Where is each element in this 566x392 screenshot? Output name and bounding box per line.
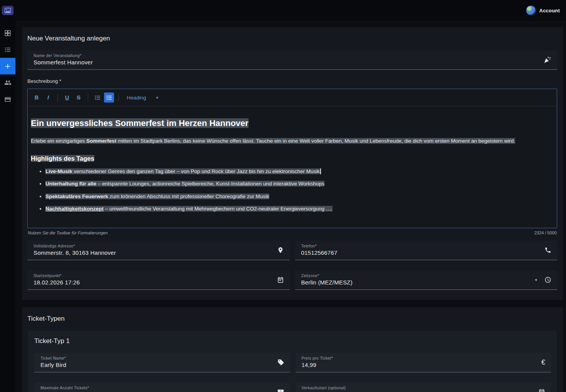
list-item: Spektakuläres Feuerwerk zum krönenden Ab… xyxy=(45,193,550,200)
address-field[interactable]: Vollständige Adresse* xyxy=(27,241,290,260)
editor-heading: Ein unvergessliches Sommerfest im Herzen… xyxy=(31,118,550,129)
list-item: Unterhaltung für alle – entspannte Loung… xyxy=(45,180,550,188)
start-datetime-label: Startzeitpunkt* xyxy=(34,273,272,278)
main-content: Neue Veranstaltung anlegen Name der Vera… xyxy=(15,21,566,392)
event-name-input[interactable] xyxy=(34,59,539,66)
list-item: Live-Musik verschiedener Genres den ganz… xyxy=(45,168,550,175)
location-pin-icon xyxy=(277,247,284,254)
ticket-name-field[interactable]: Ticket Name* xyxy=(34,353,290,372)
ticket-max-label: Maximale Anzahl Tickets* xyxy=(40,385,272,390)
start-datetime-input[interactable] xyxy=(34,279,272,286)
topbar: Account xyxy=(0,0,566,21)
account-label: Account xyxy=(539,8,560,13)
calendar-icon[interactable] xyxy=(538,389,545,392)
dashboard-icon xyxy=(4,30,11,37)
toolbar-divider xyxy=(118,94,119,101)
ordered-list-button[interactable] xyxy=(104,93,114,103)
editor-helper-text: Nutzen Sie die Toolbar für Formatierunge… xyxy=(28,230,108,235)
phone-field[interactable]: Telefon* xyxy=(295,241,558,260)
sale-start-field[interactable]: Verkaufsstart (optional) xyxy=(296,382,551,392)
bullet-list-icon xyxy=(94,94,101,101)
timezone-field[interactable]: Zeitzone* ▾ xyxy=(295,270,558,290)
event-name-field[interactable]: Name der Veranstaltung* xyxy=(27,50,557,70)
strikethrough-button[interactable]: S xyxy=(74,93,84,103)
bold-button[interactable]: B xyxy=(32,93,42,103)
account-menu[interactable]: Account xyxy=(526,5,560,15)
ticket-name-input[interactable] xyxy=(40,362,272,368)
description-label: Beschreibung * xyxy=(27,78,557,84)
sidebar-item-events-list[interactable] xyxy=(0,41,15,58)
phone-label: Telefon* xyxy=(301,244,540,248)
italic-button[interactable]: I xyxy=(43,93,53,103)
ticket-types-title: Ticket-Typen xyxy=(27,315,557,323)
bullet-list-button[interactable] xyxy=(92,93,102,103)
ticket-max-field[interactable]: Maximale Anzahl Tickets* xyxy=(34,382,290,392)
sidebar-item-attendees[interactable] xyxy=(0,74,15,91)
image-icon xyxy=(5,8,11,13)
toolbar-divider xyxy=(88,94,88,101)
address-input[interactable] xyxy=(34,249,272,256)
editor-subheading: Highlights des Tages xyxy=(31,155,550,162)
chevron-down-icon[interactable]: ▾ xyxy=(156,95,158,100)
sidebar-item-dashboard[interactable] xyxy=(0,25,15,41)
calendar-icon[interactable] xyxy=(277,276,284,283)
ticket-fields-grid: Ticket Name* Preis pro Ticket* € Maximal… xyxy=(34,353,551,392)
ticket-types-card: Ticket-Typen Ticket-Typ 1 Ticket Name* P… xyxy=(22,307,563,392)
app-logo[interactable] xyxy=(2,6,13,15)
editor-content[interactable]: Ein unvergessliches Sommerfest im Herzen… xyxy=(28,106,557,228)
credit-card-icon xyxy=(4,96,11,103)
description-editor: B I U S xyxy=(27,89,557,228)
ticket-price-label: Preis pro Ticket* xyxy=(302,356,534,360)
editor-toolbar: B I U S xyxy=(28,89,557,106)
ordered-list-icon xyxy=(106,94,113,101)
ticket-price-field[interactable]: Preis pro Ticket* € xyxy=(296,353,551,372)
underline-button[interactable]: U xyxy=(62,93,72,103)
character-counter: 2324 / 5000 xyxy=(534,230,557,235)
clock-icon xyxy=(544,276,551,283)
event-fields-grid: Vollständige Adresse* Telefon* S xyxy=(27,241,557,290)
editor-footer: Nutzen Sie die Toolbar für Formatierunge… xyxy=(28,230,557,235)
avatar[interactable] xyxy=(526,5,536,15)
toolbar-divider xyxy=(57,94,58,101)
celebration-icon xyxy=(544,56,551,64)
ticket-price-input[interactable] xyxy=(302,362,534,368)
euro-icon: € xyxy=(541,358,545,367)
editor-bullet-list: Live-Musik verschiedener Genres den ganz… xyxy=(31,168,550,213)
sidebar xyxy=(0,21,15,392)
ticket-type-1-card: Ticket-Typ 1 Ticket Name* Preis pro Tick… xyxy=(27,330,557,392)
timezone-label: Zeitzone* xyxy=(301,273,540,278)
start-datetime-field[interactable]: Startzeitpunkt* xyxy=(27,270,290,290)
editor-paragraph: Erlebe ein einzigartiges Sommerfest mitt… xyxy=(31,137,550,145)
address-label: Vollständige Adresse* xyxy=(34,244,272,248)
text-caret xyxy=(320,168,321,174)
sidebar-item-create-event[interactable] xyxy=(0,58,15,74)
people-icon xyxy=(4,79,12,86)
list-icon xyxy=(4,46,11,53)
phone-icon xyxy=(544,247,551,254)
ticket-type-1-title: Ticket-Typ 1 xyxy=(34,337,551,345)
tag-icon xyxy=(277,359,284,366)
sale-start-label: Verkaufsstart (optional) xyxy=(302,385,534,390)
list-item: Nachhaltigkeitskonzept – umweltfreundlic… xyxy=(45,205,550,213)
timezone-select[interactable] xyxy=(301,279,540,286)
event-name-label: Name der Veranstaltung* xyxy=(34,53,539,58)
ticket-name-label: Ticket Name* xyxy=(40,356,272,360)
plus-icon xyxy=(4,63,11,70)
chevron-down-icon[interactable]: ▾ xyxy=(535,278,537,283)
sidebar-item-payments[interactable] xyxy=(0,91,15,108)
phone-input[interactable] xyxy=(301,249,540,256)
event-form-card: Neue Veranstaltung anlegen Name der Vera… xyxy=(22,27,563,300)
page-title: Neue Veranstaltung anlegen xyxy=(27,35,557,42)
ticket-icon xyxy=(277,389,284,392)
heading-dropdown[interactable]: Heading xyxy=(127,95,146,101)
